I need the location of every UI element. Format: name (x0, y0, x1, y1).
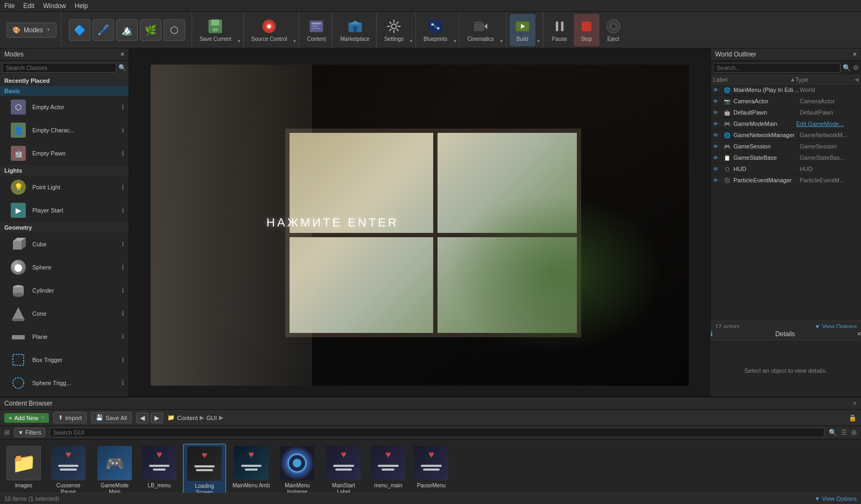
placement-box-trigger[interactable]: Box Trigger ℹ (0, 349, 129, 372)
recently-placed-category[interactable]: Recently Placed (0, 75, 129, 86)
details-empty-text: Select an object to view details. (710, 345, 861, 396)
cb-item-cussense[interactable]: ♥ Cussense Pause (47, 444, 89, 493)
placement-empty-pawn[interactable]: 🤖 Empty Pawn ℹ (0, 142, 129, 165)
cb-save-all-button[interactable]: 💾 Save All (91, 412, 132, 423)
mode-foliage-icon[interactable]: 🌿 (140, 19, 161, 41)
mode-paint-icon[interactable]: 🖊️ (93, 19, 114, 41)
cb-search-input[interactable] (50, 428, 824, 437)
outliner-item-gamemode[interactable]: 👁 🎮 GameModeMain Edit GameMode... (711, 118, 861, 130)
cb-grid-toggle-icon[interactable]: ⊞ (851, 429, 857, 436)
placement-player-start[interactable]: ▶ Player Start ℹ (0, 199, 129, 222)
placement-cube[interactable]: Cube ℹ (0, 233, 129, 256)
placement-empty-char[interactable]: 👤 Empty Charac... ℹ (0, 119, 129, 142)
outliner-close-button[interactable]: × (853, 51, 857, 58)
save-current-button[interactable]: Save Current (195, 14, 236, 46)
cb-import-button[interactable]: ⬆ Import (53, 412, 87, 423)
cb-close-button[interactable]: × (853, 400, 857, 407)
content-button[interactable]: Content (302, 14, 330, 46)
outliner-gamemode-type[interactable]: Edit GameMode... (796, 120, 859, 127)
outliner-visibility-icon[interactable]: 👁 (713, 87, 721, 93)
save-dropdown-icon[interactable]: ▼ (237, 39, 241, 44)
source-dropdown-icon[interactable]: ▼ (293, 39, 297, 44)
outliner-pawn-visibility[interactable]: 👁 (713, 110, 721, 116)
settings-button[interactable]: Settings (380, 14, 408, 46)
cb-add-new-button[interactable]: + Add New ▼ (4, 413, 49, 423)
marketplace-button[interactable]: Marketplace (336, 14, 373, 46)
cb-lock-icon[interactable]: 🔒 (849, 414, 857, 422)
outliner-item-gamestate[interactable]: 👁 📋 GameStateBase GameStateBas... (711, 152, 861, 164)
eject-button[interactable]: Eject (601, 14, 626, 46)
geometry-category[interactable]: Geometry (0, 222, 129, 233)
cb-view-toggle-icon[interactable]: ☰ (841, 429, 847, 436)
cb-view-options-button[interactable]: ▼ View Options (814, 495, 857, 502)
outliner-item-defaultpawn[interactable]: 👁 🤖 DefaultPawn DefaultPawn (711, 107, 861, 118)
outliner-session-visibility[interactable]: 👁 (713, 144, 721, 150)
cb-item-pausemenu[interactable]: ♥ PauseMenu (412, 444, 450, 491)
placement-plane[interactable]: Plane ℹ (0, 325, 129, 349)
mode-mesh-icon[interactable]: ⬡ (164, 19, 185, 41)
cb-item-mainmenu-inst[interactable]: MainMenu Instanse (276, 444, 318, 493)
cinematics-dropdown-icon[interactable]: ▼ (499, 39, 504, 44)
menu-help[interactable]: Help (75, 2, 88, 10)
placement-sphere[interactable]: ⬤ Sphere ℹ (0, 256, 129, 279)
lights-category[interactable]: Lights (0, 165, 129, 176)
outliner-network-visibility[interactable]: 👁 (713, 132, 721, 138)
build-button[interactable]: Build (510, 14, 535, 46)
menu-window[interactable]: Window (43, 2, 66, 10)
placement-point-light[interactable]: 💡 Point Light ℹ (0, 176, 129, 199)
source-control-button[interactable]: Source Control (247, 14, 292, 46)
stop-button[interactable]: Stop (574, 14, 599, 46)
outliner-item-mainmenu[interactable]: 👁 🌐 MainMenu (Play In Editor) World (711, 84, 861, 96)
outliner-item-particle[interactable]: 👁 ⚫ ParticleEventManager ParticleEventM.… (711, 175, 861, 186)
basic-category[interactable]: Basic (0, 86, 129, 96)
outliner-network-name: GameNetworkManager (733, 132, 800, 138)
outliner-search-input[interactable] (713, 63, 841, 73)
cb-item-mainmenu-amb[interactable]: ♥ MainMenu Amb (230, 444, 272, 491)
placement-cone[interactable]: Cone ℹ (0, 302, 129, 325)
outliner-gamemode-visibility[interactable]: 👁 (713, 121, 721, 127)
mm-line-1 (378, 465, 398, 467)
mode-landscape-icon[interactable]: 🏔️ (116, 19, 138, 41)
placement-cylinder[interactable]: Cylinder ℹ (0, 279, 129, 302)
cb-item-loading[interactable]: ♥ Loading Screen (183, 444, 226, 493)
point-light-info: ℹ (122, 183, 124, 191)
modes-button[interactable]: 🎨 Modes ▼ (6, 23, 57, 38)
cb-item-mainstart[interactable]: ♥ MainStart Label (322, 444, 364, 493)
build-dropdown-icon[interactable]: ▼ (537, 39, 541, 44)
viewport[interactable]: НАЖМИТЕ ENTER (129, 48, 710, 396)
search-classes-input[interactable] (2, 63, 116, 73)
outliner-item-network[interactable]: 👁 🌐 GameNetworkManager GameNetworkM... (711, 130, 861, 141)
blueprints-button[interactable]: Blueprints (419, 14, 451, 46)
outliner-gamestate-visibility[interactable]: 👁 (713, 155, 721, 161)
point-light-icon: 💡 (9, 178, 28, 197)
cb-filters-button[interactable]: ▼ Filters (14, 428, 45, 437)
placement-empty-actor[interactable]: ⬡ Empty Actor ℹ (0, 96, 129, 119)
outliner-particle-visibility[interactable]: 👁 (713, 178, 721, 183)
outliner-camera-visibility[interactable]: 👁 (713, 98, 721, 104)
blueprints-dropdown-icon[interactable]: ▼ (453, 39, 457, 44)
modes-panel-close[interactable]: × (121, 51, 124, 58)
cb-item-images[interactable]: 📁 images (4, 444, 43, 491)
cinematics-button[interactable]: Cinematics (463, 14, 498, 46)
outliner-settings-icon[interactable]: ⚙ (853, 64, 859, 72)
outliner-item-camera[interactable]: 👁 📷 CameraActor CameraActor (711, 96, 861, 107)
cb-item-gamemode[interactable]: 🎮 GameMode Main (94, 444, 136, 493)
cb-breadcrumb-content[interactable]: Content (177, 415, 198, 421)
mode-place-icon[interactable]: 🔷 (69, 19, 90, 41)
menu-edit[interactable]: Edit (23, 2, 34, 10)
outliner-item-session[interactable]: 👁 🎮 GameSession GameSession (711, 141, 861, 152)
placement-sphere-trigger[interactable]: Sphere Trigg... ℹ (0, 372, 129, 395)
menu-file[interactable]: File (4, 2, 15, 10)
pause-button[interactable]: Pause (547, 14, 573, 46)
outliner-search-icon[interactable]: 🔍 (843, 64, 851, 72)
settings-dropdown-icon[interactable]: ▼ (409, 39, 413, 44)
cb-forward-button[interactable]: ▶ (151, 413, 163, 423)
details-close-button[interactable]: × (857, 330, 861, 338)
cb-item-lbmenu[interactable]: ♥ LB_menu (140, 444, 179, 491)
outliner-item-hud[interactable]: 👁 ⬡ HUD HUD (711, 164, 861, 175)
cb-item-menu-main[interactable]: ♥ menu_main (369, 444, 407, 491)
cb-breadcrumb-gui[interactable]: GUI (206, 415, 217, 421)
cb-back-button[interactable]: ◀ (136, 413, 149, 423)
outliner-hud-visibility[interactable]: 👁 (713, 166, 721, 172)
cb-grid-icon[interactable]: ⊞ (4, 429, 10, 436)
